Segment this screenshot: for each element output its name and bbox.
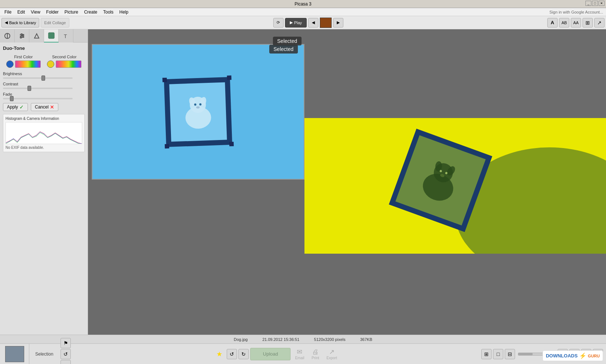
grid-icon[interactable]: ⊞ xyxy=(481,349,492,359)
handle-br xyxy=(229,141,234,146)
nav-next-button[interactable]: ▶ xyxy=(333,18,343,27)
thumbnail-image xyxy=(5,346,24,362)
share-button[interactable]: ↗ xyxy=(594,18,605,27)
cancel-label: Cancel xyxy=(35,104,48,110)
status-filename: Dog.jpg xyxy=(234,337,248,342)
svg-text:T: T xyxy=(64,33,67,39)
handle-bl xyxy=(165,144,169,148)
image-panel-left xyxy=(92,44,304,180)
frame-button[interactable]: ⊞ xyxy=(583,18,593,27)
exif-text: No EXIF data available. xyxy=(6,146,82,150)
fade-thumb[interactable] xyxy=(10,96,14,101)
first-color-swatch[interactable] xyxy=(6,60,14,68)
flag-icon[interactable]: ⚑ xyxy=(61,338,71,348)
brightness-track[interactable] xyxy=(3,77,73,79)
status-date: 21.09.2012 15:36:51 xyxy=(262,337,299,342)
menu-create[interactable]: Create xyxy=(81,9,100,15)
text-a-button[interactable]: A xyxy=(547,18,558,27)
play-label: Play xyxy=(294,21,302,25)
tab-text[interactable]: T xyxy=(59,29,73,43)
export-icon: ↗ xyxy=(329,348,335,356)
star-button[interactable]: ★ xyxy=(213,348,225,360)
svg-rect-8 xyxy=(48,33,54,38)
back-label: Back to Library xyxy=(9,21,36,25)
more-icon[interactable]: ▼ xyxy=(61,360,71,364)
cancel-button[interactable]: Cancel ✕ xyxy=(31,103,58,111)
status-size: 367KB xyxy=(360,337,372,342)
lightning-icon: ⚡ xyxy=(579,352,587,359)
tab-basic-fixes[interactable] xyxy=(0,29,15,43)
brightness-thumb[interactable] xyxy=(41,76,45,81)
status-bar: Dog.jpg 21.09.2012 15:36:51 5120x3200 pi… xyxy=(0,335,606,343)
tab-duo-tone[interactable] xyxy=(44,29,59,43)
fade-label: Fade xyxy=(3,92,85,96)
histogram-graph xyxy=(6,122,82,144)
dog-frame-left xyxy=(164,77,232,147)
upload-button[interactable]: Upload xyxy=(250,348,291,360)
menu-edit[interactable]: Edit xyxy=(14,9,28,15)
downloads-badge: DOWNLOADS ⚡ GURU xyxy=(543,350,603,361)
second-color-label: Second Color xyxy=(47,55,81,59)
menu-view[interactable]: View xyxy=(28,9,43,15)
menu-folder[interactable]: Folder xyxy=(43,9,62,15)
text-aa-button[interactable]: AA xyxy=(571,18,581,27)
first-color-group: First Color xyxy=(6,55,41,68)
svg-point-7 xyxy=(20,37,22,38)
menu-picture[interactable]: Picture xyxy=(62,9,81,15)
svg-point-5 xyxy=(21,34,22,35)
contrast-label: Contrast xyxy=(3,82,85,86)
sync-icon[interactable]: ⟳ xyxy=(273,18,284,27)
rotate-right-button[interactable]: ↻ xyxy=(238,349,249,359)
contrast-section: Contrast xyxy=(3,82,85,89)
selected-label: Selected xyxy=(269,45,298,54)
menu-file[interactable]: File xyxy=(1,9,14,15)
title-bar: Picasa 3 _ □ ✕ xyxy=(0,0,606,8)
menu-help[interactable]: Help xyxy=(116,9,131,15)
window-controls[interactable]: _ □ ✕ xyxy=(585,1,605,6)
handle-tl xyxy=(163,77,167,82)
text-ab-button[interactable]: AB xyxy=(559,18,569,27)
rotate-icon[interactable]: ↺ xyxy=(61,349,71,359)
menu-bar: File Edit View Folder Picture Create Too… xyxy=(0,8,606,16)
tab-effects[interactable] xyxy=(29,29,44,43)
nav-prev-button[interactable]: ◀ xyxy=(308,18,318,27)
menu-tools[interactable]: Tools xyxy=(100,9,116,15)
print-icon: 🖨 xyxy=(312,348,319,356)
downloads-logo: DOWNLOADS xyxy=(546,353,578,359)
edit-collage-button[interactable]: Edit Collage xyxy=(41,18,69,27)
minimize-btn[interactable]: _ xyxy=(585,1,591,6)
brightness-section: Brightness xyxy=(3,71,85,79)
second-color-row xyxy=(47,60,81,68)
google-sign-in[interactable]: Sign in with Google Account... xyxy=(550,10,603,14)
film-strip-thumbnail[interactable] xyxy=(320,18,332,28)
apply-cancel-row: Apply ✓ Cancel ✕ xyxy=(3,103,85,111)
fade-section: Fade xyxy=(3,92,85,99)
second-color-swatch[interactable] xyxy=(47,60,54,68)
export-button[interactable]: ↗ Export xyxy=(324,347,340,361)
play-button[interactable]: ▶ Play xyxy=(285,18,307,27)
contrast-thumb[interactable] xyxy=(28,86,31,91)
close-btn[interactable]: ✕ xyxy=(599,1,605,6)
second-color-gradient[interactable] xyxy=(56,60,81,68)
back-to-library-button[interactable]: ◀ Back to Library xyxy=(1,18,39,27)
email-button[interactable]: ✉ Email xyxy=(292,347,307,361)
contrast-track[interactable] xyxy=(3,88,73,89)
image-panel-right xyxy=(304,118,606,254)
apply-button[interactable]: Apply ✓ xyxy=(3,103,28,111)
rotate-left-button[interactable]: ↺ xyxy=(227,349,237,359)
maximize-btn[interactable]: □ xyxy=(592,1,598,6)
print-button[interactable]: 🖨 Print xyxy=(309,348,322,361)
single-icon[interactable]: □ xyxy=(493,349,503,359)
images-row xyxy=(88,29,606,335)
back-arrow-icon: ◀ xyxy=(5,20,8,25)
tab-tuning[interactable] xyxy=(15,29,29,43)
dog-photo-left xyxy=(164,77,232,147)
compare-icon[interactable]: ⊟ xyxy=(505,349,515,359)
tool-tabs: T xyxy=(0,29,88,43)
first-color-gradient[interactable] xyxy=(15,60,41,68)
selected-badge: Selected xyxy=(273,37,302,45)
fade-track[interactable] xyxy=(3,98,73,99)
canvas-area: Selected xyxy=(88,29,606,335)
upload-label: Upload xyxy=(263,351,278,357)
second-color-group: Second Color xyxy=(47,55,81,68)
